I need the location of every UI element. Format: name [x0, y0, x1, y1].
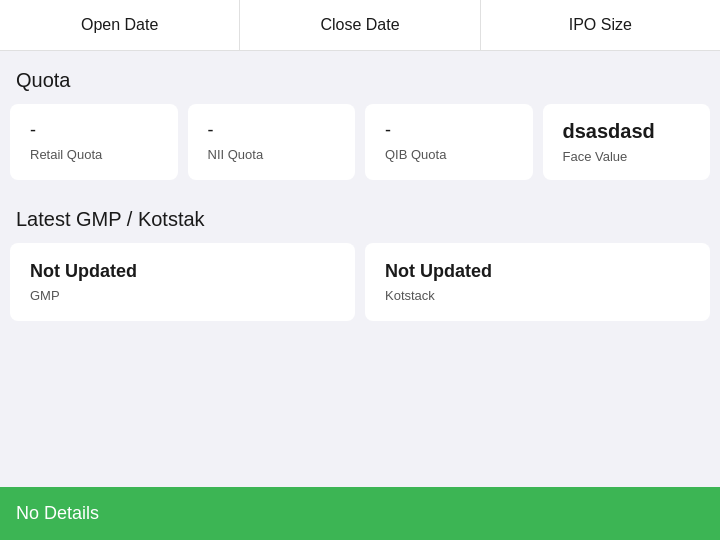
bottom-bar[interactable]: No Details [0, 487, 720, 540]
nii-quota-card: - NII Quota [188, 104, 356, 180]
retail-quota-card: - Retail Quota [10, 104, 178, 180]
face-value-card: dsasdasd Face Value [543, 104, 711, 180]
qib-quota-value: - [385, 120, 513, 141]
gmp-grid: Not Updated GMP Not Updated Kotstack [0, 243, 720, 321]
nii-quota-label: NII Quota [208, 147, 336, 162]
kotstack-card: Not Updated Kotstack [365, 243, 710, 321]
retail-quota-value: - [30, 120, 158, 141]
kotstack-label: Kotstack [385, 288, 690, 303]
gmp-value: Not Updated [30, 261, 335, 282]
face-value-label: Face Value [563, 149, 691, 164]
ipo-size-header: IPO Size [481, 0, 720, 50]
quota-grid: - Retail Quota - NII Quota - QIB Quota d… [0, 104, 720, 190]
quota-section-title: Quota [0, 51, 720, 104]
gmp-label: GMP [30, 288, 335, 303]
qib-quota-card: - QIB Quota [365, 104, 533, 180]
gmp-section-title: Latest GMP / Kotstak [0, 190, 720, 243]
gmp-section: Latest GMP / Kotstak Not Updated GMP Not… [0, 190, 720, 331]
kotstack-value: Not Updated [385, 261, 690, 282]
header-row: Open Date Close Date IPO Size [0, 0, 720, 51]
retail-quota-label: Retail Quota [30, 147, 158, 162]
gmp-card: Not Updated GMP [10, 243, 355, 321]
nii-quota-value: - [208, 120, 336, 141]
close-date-header: Close Date [240, 0, 480, 50]
face-value-value: dsasdasd [563, 120, 691, 143]
bottom-bar-text: No Details [16, 503, 99, 523]
open-date-header: Open Date [0, 0, 240, 50]
qib-quota-label: QIB Quota [385, 147, 513, 162]
